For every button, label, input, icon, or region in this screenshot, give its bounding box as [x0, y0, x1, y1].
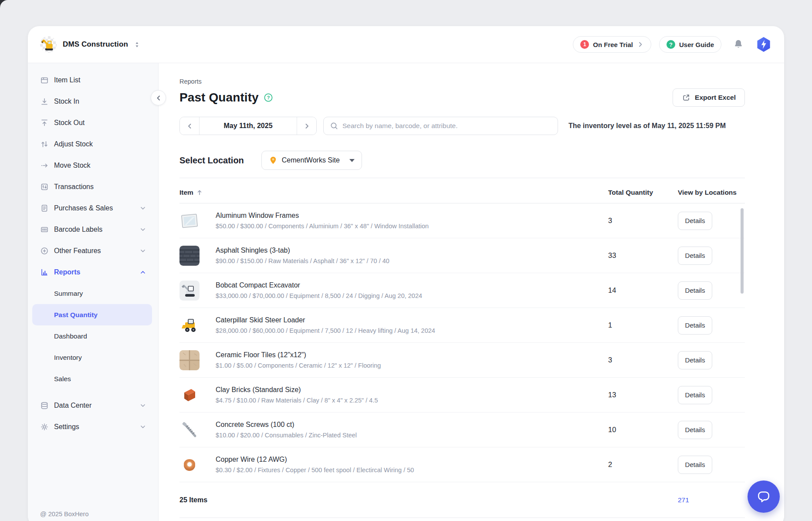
search-box [323, 117, 558, 135]
sidebar-item-other-features[interactable]: Other Features [28, 240, 158, 261]
view-by-locations-cell: Details [673, 421, 745, 439]
company-name: DMS Construction [63, 40, 128, 49]
sidebar-item-purchases-sales[interactable]: Purchases & Sales [28, 197, 158, 219]
total-quantity-value: 33 [603, 251, 673, 260]
sidebar-item-label: Settings [54, 423, 79, 431]
chevron-down-icon [139, 247, 147, 255]
item-attributes: $28,000.00 / $60,000.00 / Equipment / 7,… [216, 327, 435, 335]
item-cell: Aluminum Window Frames$50.00 / $300.00 /… [179, 211, 603, 231]
item-name: Concrete Screws (100 ct) [216, 420, 357, 429]
brick-thumbnail [179, 385, 200, 405]
total-quantity-value: 14 [603, 286, 673, 294]
trial-label: On Free Trial [593, 41, 633, 48]
free-trial-button[interactable]: 1 On Free Trial [573, 36, 651, 53]
item-name: Copper Wire (12 AWG) [216, 455, 414, 464]
sidebar-item-settings[interactable]: Settings [28, 416, 158, 437]
sidebar-item-adjust-stock[interactable]: Adjust Stock [28, 133, 158, 155]
plus-circle-icon [40, 247, 49, 255]
sidebar-item-stock-in[interactable]: Stock In [28, 91, 158, 112]
column-header-item[interactable]: Item [179, 189, 603, 196]
wire-thumbnail [179, 455, 200, 475]
export-excel-button[interactable]: Export Excel [673, 88, 745, 107]
item-name: Bobcat Compact Excavator [216, 281, 422, 290]
item-name: Ceramic Floor Tiles (12"x12") [216, 351, 381, 359]
item-text: Concrete Screws (100 ct)$10.00 / $20.00 … [216, 420, 357, 439]
details-button[interactable]: Details [678, 421, 712, 439]
column-header-total-quantity: Total Quantity [603, 189, 673, 196]
box-icon [40, 76, 49, 85]
details-button[interactable]: Details [678, 351, 712, 369]
total-quantity-value: 10 [603, 426, 673, 434]
view-by-locations-cell: Details [673, 316, 745, 335]
table-footer: 25 Items 271 [179, 482, 745, 518]
location-dropdown[interactable]: CementWorks Site [261, 151, 362, 170]
sidebar-item-label: Past Quantity [54, 311, 98, 319]
item-attributes: $33,000.00 / $70,000.00 / Equipment / 8,… [216, 292, 422, 300]
sidebar: Item ListStock InStock OutAdjust StockMo… [28, 63, 159, 521]
sidebar-item-label: Dashboard [54, 332, 87, 340]
transactions-icon [40, 183, 49, 191]
previous-day-button[interactable] [180, 117, 200, 135]
user-guide-button[interactable]: ? User Guide [659, 36, 721, 53]
adjust-icon [40, 140, 49, 149]
sidebar-item-reports[interactable]: Reports [28, 261, 158, 283]
column-header-view-by-locations: View by Locations [673, 189, 745, 196]
sidebar-item-move-stock[interactable]: Move Stock [28, 155, 158, 176]
loader-thumbnail [179, 315, 200, 335]
item-name: Caterpillar Skid Steer Loader [216, 316, 435, 325]
sidebar-item-data-center[interactable]: Data Center [28, 395, 158, 416]
details-button[interactable]: Details [678, 456, 712, 474]
sidebar-collapse-button[interactable] [151, 90, 166, 105]
scrollbar-thumb[interactable] [741, 208, 744, 294]
search-input[interactable] [342, 122, 551, 130]
next-day-button[interactable] [297, 117, 316, 135]
workspace-switcher[interactable]: DMS Construction [40, 36, 140, 53]
chevron-down-icon [139, 402, 147, 409]
stock-out-icon [40, 118, 49, 127]
total-quantity-value: 3 [603, 217, 673, 225]
sidebar-item-sales[interactable]: Sales [28, 368, 158, 389]
view-by-locations-cell: Details [673, 456, 745, 474]
details-button[interactable]: Details [678, 281, 712, 300]
sidebar-item-past-quantity[interactable]: Past Quantity [32, 304, 152, 325]
sidebar-item-label: Item List [54, 76, 80, 84]
chevron-up-icon [139, 268, 147, 276]
help-circle-icon[interactable]: ? [264, 93, 273, 102]
tiles-thumbnail [179, 350, 200, 370]
trial-count-badge: 1 [580, 40, 589, 49]
sidebar-item-barcode-labels[interactable]: Barcode Labels [28, 219, 158, 240]
details-button[interactable]: Details [678, 212, 712, 230]
details-button[interactable]: Details [678, 247, 712, 265]
company-logo-icon [40, 36, 57, 53]
notifications-bell-icon[interactable] [733, 39, 744, 50]
sidebar-item-dashboard[interactable]: Dashboard [28, 325, 158, 347]
copyright: @ 2025 BoxHero [40, 511, 88, 518]
sidebar-item-label: Other Features [54, 247, 101, 255]
item-text: Clay Bricks (Standard Size)$4.75 / $10.0… [216, 386, 378, 404]
sidebar-item-stock-out[interactable]: Stock Out [28, 112, 158, 133]
table-row: Aluminum Window Frames$50.00 / $300.00 /… [179, 203, 745, 238]
total-quantity-link[interactable]: 271 [673, 496, 745, 504]
sidebar-item-summary[interactable]: Summary [28, 283, 158, 304]
breadcrumb: Reports [179, 78, 745, 85]
details-button[interactable]: Details [678, 386, 712, 404]
sidebar-item-label: Move Stock [54, 162, 91, 169]
question-badge-icon: ? [667, 40, 675, 49]
item-attributes: $50.00 / $300.00 / Components / Aluminiu… [216, 223, 429, 230]
sidebar-item-inventory[interactable]: Inventory [28, 347, 158, 368]
sidebar-item-transactions[interactable]: Transactions [28, 176, 158, 197]
item-name: Asphalt Shingles (3-tab) [216, 246, 389, 255]
item-text: Aluminum Window Frames$50.00 / $300.00 /… [216, 211, 429, 230]
chevron-right-icon [637, 41, 644, 48]
chat-button[interactable] [748, 480, 780, 513]
date-display[interactable]: May 11th, 2025 [200, 117, 297, 135]
hexagon-lightning-icon[interactable] [755, 36, 772, 53]
sidebar-item-label: Barcode Labels [54, 226, 102, 233]
sidebar-item-item-list[interactable]: Item List [28, 69, 158, 91]
details-button[interactable]: Details [678, 316, 712, 335]
view-by-locations-cell: Details [673, 386, 745, 404]
search-icon [330, 122, 338, 130]
purchases-icon [40, 204, 49, 213]
total-quantity-value: 3 [603, 356, 673, 364]
user-guide-label: User Guide [679, 41, 714, 48]
